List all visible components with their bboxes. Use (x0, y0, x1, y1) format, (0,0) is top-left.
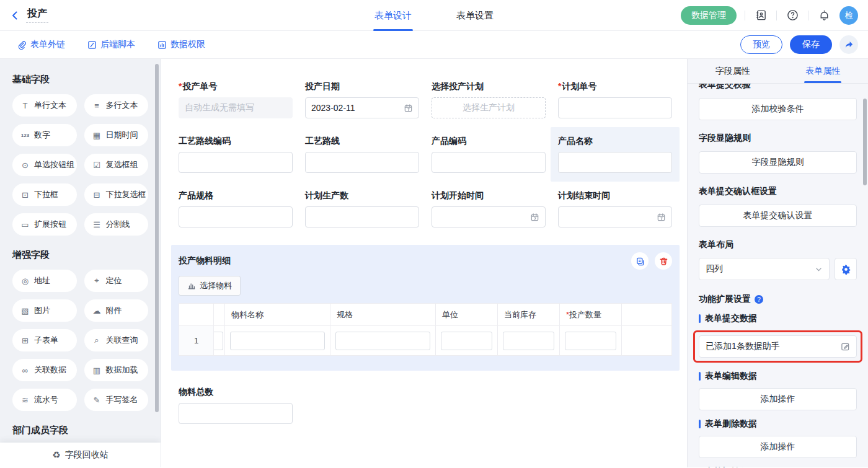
field-input[interactable] (432, 206, 546, 227)
field-label: *计划单号 (558, 81, 672, 92)
data-manage-button[interactable]: 数据管理 (681, 6, 737, 25)
header-separator (776, 11, 777, 20)
field-palette-item[interactable]: ⊡下拉框 (12, 183, 77, 206)
form-field[interactable]: 产品规格 (179, 190, 293, 227)
add-operation-button[interactable]: 添加操作 (699, 436, 857, 458)
form-field[interactable]: 计划开始时间 (432, 190, 546, 227)
delete-button[interactable] (655, 252, 672, 270)
field-input[interactable] (558, 152, 672, 173)
field-palette-item[interactable]: T单行文本 (12, 94, 77, 117)
subform-block[interactable]: 投产物料明细 选择物料 物料名称规格单 (171, 245, 680, 371)
form-field[interactable]: 产品编码 (432, 136, 546, 173)
cell-input[interactable] (565, 332, 616, 350)
field-input[interactable] (179, 206, 293, 227)
data-assistant-entry[interactable]: 已添加1条数据助手 (699, 335, 857, 358)
help-icon[interactable] (785, 8, 800, 23)
field-palette-item[interactable]: ▦日期时间 (84, 124, 149, 146)
layout-select[interactable]: 四列 (699, 258, 830, 280)
number-icon: 123 (20, 133, 30, 138)
field-palette-item[interactable]: ☑复选框组 (84, 154, 149, 176)
field-palette-item[interactable]: ≡多行文本 (84, 94, 149, 117)
column-header: 当前库存 (498, 304, 560, 326)
field-palette-item[interactable]: ⊙单选按钮组 (12, 154, 77, 176)
field-palette-label: 单行文本 (34, 100, 66, 111)
form-field[interactable]: 选择投产计划选择生产计划 (432, 81, 546, 118)
field-palette-label: 数字 (34, 130, 50, 141)
linked-data-icon: ∞ (20, 366, 30, 375)
field-palette-item[interactable]: ▥数据加载 (84, 359, 149, 381)
field-input[interactable]: 选择生产计划 (432, 97, 546, 118)
field-palette-item[interactable]: ⊟下拉复选框 (84, 183, 149, 206)
empty-column-header (622, 304, 672, 326)
avatar[interactable]: 检 (839, 6, 858, 25)
layout-settings-button[interactable] (835, 258, 857, 280)
field-palette-item[interactable]: ▭扩展按钮 (12, 213, 77, 236)
field-input[interactable]: 2023-02-11 (305, 97, 419, 118)
field-palette-item[interactable]: ☰分割线 (84, 213, 149, 236)
panel-action-button[interactable]: 添加校验条件 (699, 98, 857, 120)
field-palette-item[interactable]: ◎地址 (12, 270, 77, 292)
backend-script-link[interactable]: 后端脚本 (87, 39, 135, 50)
sidebar-scrollbar[interactable] (155, 64, 159, 412)
field-palette-item[interactable]: 123数字 (12, 124, 77, 146)
cell-input[interactable] (230, 332, 325, 350)
field-palette-item[interactable]: ☁附件 (84, 299, 149, 322)
cell-input[interactable] (503, 332, 554, 350)
address-book-icon[interactable] (753, 8, 768, 23)
field-input[interactable] (558, 206, 672, 227)
field-palette-item[interactable]: ✎手写签名 (84, 389, 149, 411)
cell-input[interactable] (441, 332, 492, 350)
field-palette-item[interactable]: ⌖定位 (84, 270, 149, 292)
field-palette-item[interactable]: ⌕关联查询 (84, 329, 149, 351)
field-palette-item[interactable]: ▧图片 (12, 299, 77, 322)
recycle-icon: ♻ (52, 449, 60, 461)
tab-form-design[interactable]: 表单设计 (374, 0, 412, 31)
field-input[interactable] (179, 152, 293, 173)
form-field[interactable]: 计划结束时间 (558, 190, 672, 227)
field-input[interactable] (305, 206, 419, 227)
form-field[interactable]: 产品名称 (551, 127, 680, 182)
form-field[interactable]: 工艺路线 (305, 136, 419, 173)
field-input[interactable] (558, 97, 672, 118)
preview-button[interactable]: 预览 (740, 35, 782, 54)
tab-form-properties[interactable]: 表单属性 (778, 59, 868, 83)
page-title[interactable]: 投产 (26, 7, 48, 23)
toolbar: 表单外链 后端脚本 数据权限 预览 保存 (0, 31, 868, 59)
tab-field-properties[interactable]: 字段属性 (688, 59, 778, 83)
data-permission-link[interactable]: 数据权限 (157, 39, 205, 50)
copy-icon (636, 257, 645, 266)
panel-scrollbar[interactable] (863, 99, 867, 185)
panel-action-button[interactable]: 表单提交确认设置 (699, 205, 857, 227)
form-field[interactable]: 计划生产数 (305, 190, 419, 227)
field-label: 投产日期 (305, 81, 419, 92)
field-input[interactable] (432, 152, 546, 173)
clipped-cell-input[interactable] (214, 332, 223, 350)
tab-form-settings[interactable]: 表单设置 (456, 0, 494, 31)
field-input[interactable] (305, 152, 419, 173)
copy-button[interactable] (631, 252, 649, 270)
total-count-input[interactable] (179, 403, 293, 424)
back-button[interactable] (10, 11, 20, 20)
field-recycle-bin[interactable]: ♻ 字段回收站 (0, 443, 161, 467)
add-operation-button[interactable]: 添加操作 (699, 388, 857, 410)
total-count-field: 物料总数 (179, 387, 293, 424)
panel-action-button[interactable]: 字段显隐规则 (699, 151, 857, 174)
form-field[interactable]: *投产单号自动生成无需填写 (179, 81, 293, 118)
chevron-down-icon (815, 265, 823, 273)
save-button[interactable]: 保存 (790, 35, 832, 54)
form-field[interactable]: 投产日期2023-02-11 (305, 81, 419, 118)
field-palette-item[interactable]: ⊞子表单 (12, 329, 77, 351)
bell-icon[interactable] (817, 8, 831, 23)
multi-select-icon: ⊟ (92, 190, 102, 200)
field-palette-item[interactable]: ∞关联数据 (12, 359, 77, 381)
field-input[interactable]: 自动生成无需填写 (179, 97, 293, 118)
select-material-button[interactable]: 选择物料 (179, 276, 241, 296)
form-field[interactable]: *计划单号 (558, 81, 672, 118)
question-icon[interactable]: ? (755, 295, 763, 304)
field-palette-item[interactable]: ≋流水号 (12, 389, 77, 411)
form-external-link[interactable]: 表单外链 (17, 39, 65, 50)
form-field[interactable]: 工艺路线编码 (179, 136, 293, 173)
share-button[interactable] (839, 35, 858, 54)
cell-input[interactable] (335, 332, 430, 350)
field-label: 物料总数 (179, 387, 293, 398)
